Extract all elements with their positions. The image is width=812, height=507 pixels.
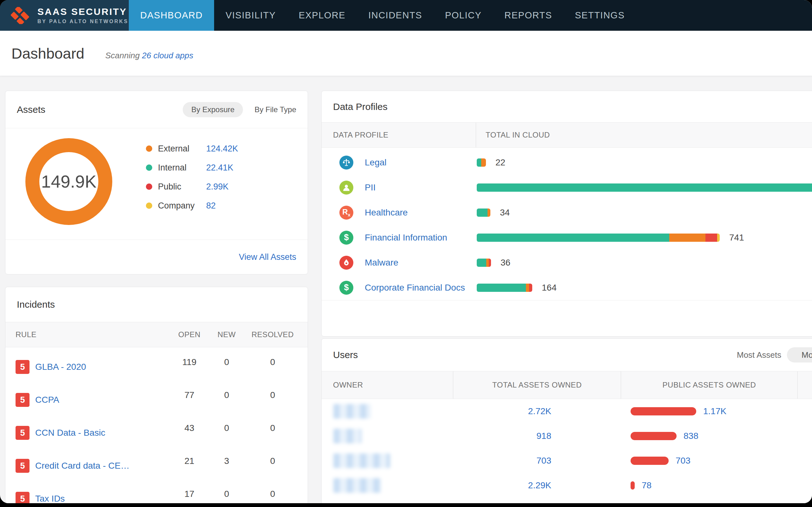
financial-icon: $ xyxy=(339,231,353,245)
owner-redacted-name[interactable] xyxy=(334,478,381,493)
total-assets-owned-value[interactable]: 703 xyxy=(453,456,621,466)
column-header-total-assets-owned: TOTAL ASSETS OWNED xyxy=(453,372,621,399)
nav-item-explore[interactable]: EXPLORE xyxy=(287,0,357,31)
nav-item-settings[interactable]: SETTINGS xyxy=(564,0,636,31)
nav-item-dashboard[interactable]: DASHBOARD xyxy=(129,0,214,31)
page-header: Dashboard Scanning 26 cloud apps xyxy=(0,31,812,76)
data-profile-link[interactable]: Corporate Financial Docs xyxy=(365,283,465,293)
total-in-cloud-bar xyxy=(477,183,812,192)
total-in-cloud-bar xyxy=(477,259,491,267)
data-profile-link[interactable]: Legal xyxy=(365,158,387,168)
public-assets-owned-value[interactable]: 838 xyxy=(683,431,699,441)
users-table-body: 2.72K 1.17K 918 838 703 703 2.29K 78 xyxy=(322,399,812,498)
new-count: 0 xyxy=(207,390,247,400)
legend-label: Company xyxy=(158,201,206,211)
data-profile-row: Rx Healthcare 34 xyxy=(322,200,812,225)
public-assets-owned-value[interactable]: 1.17K xyxy=(703,406,726,416)
incident-row: 5 Credit Card data - CE… 21 3 0 xyxy=(5,449,308,482)
column-header-rule: RULE xyxy=(5,330,172,339)
data-profile-link[interactable]: Healthcare xyxy=(365,208,408,218)
brand-logo[interactable]: SAAS SECURITY BY PALO ALTO NETWORKS xyxy=(0,0,129,31)
public-assets-owned-value[interactable]: 703 xyxy=(676,456,691,466)
legend-value[interactable]: 22.41K xyxy=(206,163,234,173)
owner-redacted-name[interactable] xyxy=(334,429,362,443)
column-header-public-assets-owned: PUBLIC ASSETS OWNED xyxy=(621,372,798,399)
new-count: 0 xyxy=(207,489,247,499)
column-header-extra xyxy=(798,372,812,399)
column-header-new: NEW xyxy=(207,330,247,339)
incident-rule-link[interactable]: CCN Data - Basic xyxy=(35,428,105,438)
by-exposure-toggle[interactable]: By Exposure xyxy=(183,102,243,117)
user-row: 2.29K 78 xyxy=(322,473,812,498)
nav-item-visibility[interactable]: VISIBILITY xyxy=(214,0,287,31)
incident-row: 5 CCPA 77 0 0 xyxy=(5,383,308,416)
total-in-cloud-value: 741 xyxy=(729,233,744,243)
public-assets-bar xyxy=(630,407,696,415)
legal-icon xyxy=(339,156,353,170)
nav-item-policy[interactable]: POLICY xyxy=(434,0,493,31)
nav-item-incidents[interactable]: INCIDENTS xyxy=(357,0,434,31)
legend-value[interactable]: 2.99K xyxy=(206,182,229,192)
severity-badge: 5 xyxy=(15,360,30,374)
corporate-icon: $ xyxy=(339,281,353,295)
donut-total-value: 149.9K xyxy=(41,171,96,192)
legend-row-internal: Internal 22.41K xyxy=(146,158,238,177)
open-count: 119 xyxy=(172,357,207,367)
total-assets-owned-value[interactable]: 918 xyxy=(453,431,621,441)
total-in-cloud-value: 164 xyxy=(542,283,557,293)
legend-value[interactable]: 82 xyxy=(206,201,216,211)
malware-icon xyxy=(339,256,353,270)
users-card-title: Users xyxy=(333,349,358,360)
new-count: 0 xyxy=(207,357,247,367)
legend-label: Internal xyxy=(158,163,206,173)
total-in-cloud-bar xyxy=(477,158,486,167)
resolved-count: 0 xyxy=(247,456,299,466)
total-assets-owned-value[interactable]: 2.72K xyxy=(453,406,621,416)
new-count: 0 xyxy=(207,423,247,433)
legend-value[interactable]: 124.42K xyxy=(206,144,238,154)
user-row: 918 838 xyxy=(322,424,812,448)
app-window: SAAS SECURITY BY PALO ALTO NETWORKS DASH… xyxy=(0,0,812,503)
incident-rule-link[interactable]: Credit Card data - CE… xyxy=(35,461,130,471)
cloud-apps-link[interactable]: 26 cloud apps xyxy=(142,51,194,60)
data-profile-link[interactable]: Financial Information xyxy=(365,233,447,243)
incident-row: 5 GLBA - 2020 119 0 0 xyxy=(5,350,308,383)
severity-badge: 5 xyxy=(15,426,30,440)
open-count: 43 xyxy=(172,423,207,433)
scanning-status: Scanning 26 cloud apps xyxy=(105,51,194,60)
column-header-owner: OWNER xyxy=(322,372,453,399)
legend-dot-icon xyxy=(146,164,152,171)
incident-rule-link[interactable]: GLBA - 2020 xyxy=(35,362,86,372)
resolved-count: 0 xyxy=(247,423,299,433)
incident-row: 5 Tax IDs 17 0 0 xyxy=(5,482,308,503)
open-count: 21 xyxy=(172,456,207,466)
column-header-data-profile: DATA PROFILE xyxy=(322,130,476,139)
public-assets-owned-value[interactable]: 78 xyxy=(642,481,652,491)
data-profile-row: Malware 36 xyxy=(322,250,812,275)
public-assets-bar xyxy=(630,457,669,465)
healthcare-icon: Rx xyxy=(339,206,353,220)
owner-redacted-name[interactable] xyxy=(334,453,390,468)
column-header-resolved: RESOLVED xyxy=(247,330,299,339)
assets-exposure-donut-chart[interactable]: 149.9K xyxy=(26,138,112,225)
incident-rule-link[interactable]: CCPA xyxy=(35,395,59,405)
severity-badge: 5 xyxy=(15,459,30,473)
legend-row-external: External 124.42K xyxy=(146,139,238,158)
pii-icon xyxy=(339,181,353,194)
legend-row-public: Public 2.99K xyxy=(146,177,238,196)
total-in-cloud-bar xyxy=(477,284,532,292)
most-public-assets-toggle[interactable]: Most xyxy=(787,347,812,362)
brand-title: SAAS SECURITY xyxy=(38,6,129,17)
donut-hole: 149.9K xyxy=(39,152,98,211)
by-file-type-toggle[interactable]: By File Type xyxy=(254,105,296,114)
data-profile-link[interactable]: Malware xyxy=(365,258,398,268)
incident-rule-link[interactable]: Tax IDs xyxy=(35,494,65,503)
incidents-table-body: 5 GLBA - 2020 119 0 0 5 CCPA 77 0 0 5 CC… xyxy=(5,350,308,503)
nav-item-reports[interactable]: REPORTS xyxy=(493,0,563,31)
total-assets-owned-value[interactable]: 2.29K xyxy=(453,481,621,491)
view-all-assets-link[interactable]: View All Assets xyxy=(239,252,296,262)
owner-redacted-name[interactable] xyxy=(334,404,371,418)
data-profile-link[interactable]: PII xyxy=(365,182,375,193)
resolved-count: 0 xyxy=(247,390,299,400)
most-assets-toggle[interactable]: Most Assets xyxy=(737,350,781,360)
